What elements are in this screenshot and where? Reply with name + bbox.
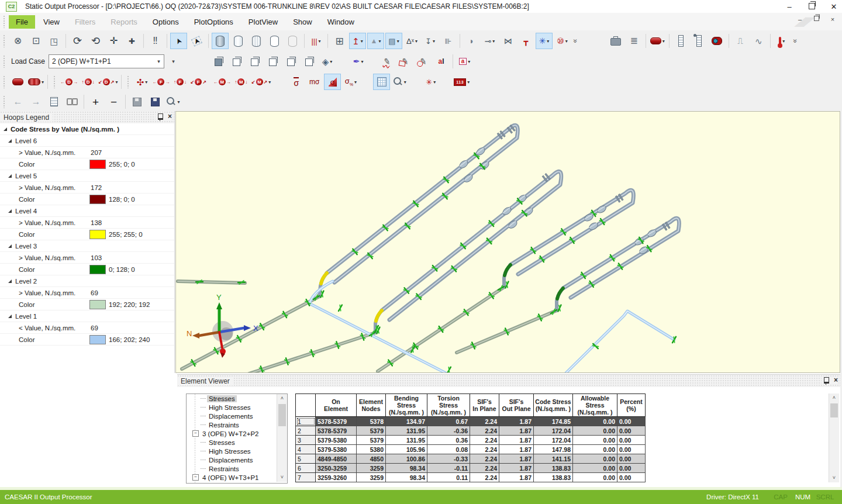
zoom-to-button[interactable]: ✚ [123, 33, 140, 49]
tree-scrollbar[interactable]: ˄ ˅ [277, 394, 287, 482]
annotate-text-button[interactable]: aI [433, 53, 450, 70]
cell[interactable]: 172.04 [534, 436, 573, 445]
view-back-button[interactable] [228, 53, 245, 70]
restore-icon[interactable] [807, 2, 816, 11]
toolbar-overflow-icon[interactable]: » [571, 39, 579, 43]
zoom-cube-button[interactable]: ⊡ [27, 33, 44, 49]
chevron-down-icon[interactable]: ▾ [319, 39, 321, 44]
cell[interactable]: 5379-5380 [316, 436, 357, 445]
table-row[interactable]: 63250-3259325998.34-0.112.241.87138.830.… [296, 464, 646, 473]
row-number[interactable]: 6 [296, 464, 316, 473]
cell[interactable]: 3259 [357, 464, 386, 473]
event-marker-button[interactable]: ✳▾ [422, 74, 439, 90]
cell[interactable]: 131.95 [386, 426, 427, 436]
element-results-table[interactable]: On ElementElement NodesBending Stress (N… [295, 393, 646, 482]
cell[interactable]: 0.00 [573, 454, 617, 464]
print-preview-button[interactable]: ▾ [165, 94, 182, 110]
toolbar-grip[interactable] [3, 55, 6, 68]
tee-button[interactable]: ┳ [517, 33, 534, 49]
cell[interactable]: 0.08 [427, 445, 470, 454]
cell[interactable]: 0.00 [617, 426, 646, 436]
force-x-button[interactable]: ←F→ [151, 74, 170, 90]
menu-options[interactable]: Options [146, 15, 186, 29]
cell[interactable]: 4850 [357, 454, 386, 464]
collapse-icon[interactable] [8, 315, 12, 318]
cell[interactable]: 5378-5379 [316, 426, 357, 436]
collapse-icon[interactable] [8, 174, 12, 178]
cell[interactable]: 1.87 [499, 445, 534, 454]
cell[interactable]: 147.98 [534, 445, 573, 454]
view-left-button[interactable] [246, 53, 263, 70]
tree-collapse-icon[interactable]: − [192, 430, 199, 437]
chevron-down-icon[interactable]: ▾ [378, 39, 381, 44]
pin-icon[interactable] [824, 377, 829, 384]
row-number[interactable]: 4 [296, 445, 316, 454]
chevron-down-icon[interactable]: ▾ [397, 39, 399, 44]
cell[interactable]: 3259 [357, 473, 386, 482]
cell[interactable]: 138.83 [534, 464, 573, 473]
element-viewer-close-icon[interactable]: × [834, 377, 838, 384]
view-top-button[interactable] [282, 53, 299, 70]
tree-item[interactable]: Restraints [187, 420, 277, 429]
cell[interactable]: 0.00 [617, 417, 646, 426]
grid-button[interactable] [373, 74, 390, 90]
chevron-down-icon[interactable]: ▾ [547, 39, 549, 44]
half-volume-button[interactable]: ◗ [463, 33, 480, 49]
tree-item[interactable]: Stresses [187, 394, 277, 403]
anchors-button[interactable]: ▲▾ [367, 33, 384, 49]
tree-item[interactable]: Restraints [187, 464, 277, 473]
cell[interactable]: 2.24 [470, 445, 499, 454]
cell[interactable]: 5379 [357, 426, 386, 436]
cell[interactable]: 0.00 [573, 417, 617, 426]
toolbar-grip[interactable] [127, 75, 130, 88]
tree-item[interactable]: Stresses [187, 438, 277, 447]
cell[interactable]: 0.00 [617, 473, 646, 482]
chevron-down-icon[interactable]: ▾ [565, 39, 568, 44]
table-row[interactable]: 45379-53805380105.960.082.241.87147.980.… [296, 445, 646, 454]
flanges-button[interactable]: ⊪ [440, 33, 457, 49]
displacement-y-button[interactable]: ↑D↓ [80, 74, 96, 90]
cell[interactable]: 100.86 [386, 454, 427, 464]
column-header[interactable] [296, 394, 316, 417]
node-delta-button[interactable]: Δˣ▾ [403, 33, 420, 49]
toolbar-overflow-icon[interactable]: » [791, 39, 799, 43]
displacement-z-button[interactable]: ↙D↗▾ [98, 74, 118, 90]
cell[interactable]: 131.95 [386, 436, 427, 445]
stress-colors-button[interactable]: σ [324, 74, 341, 90]
legend-close-icon[interactable]: × [168, 113, 172, 120]
cell[interactable]: 5379-5380 [316, 445, 357, 454]
valve-double-button[interactable]: ▾ [27, 74, 44, 90]
hangers-button[interactable]: ↧▾ [422, 33, 439, 49]
collapse-icon[interactable] [4, 127, 7, 131]
zoom-window-button[interactable]: ◳ [46, 33, 63, 49]
row-number[interactable]: 3 [296, 436, 316, 445]
node-tag-button[interactable]: 113▾ [453, 74, 470, 90]
cell[interactable]: 5380 [357, 445, 386, 454]
cell[interactable]: 0.00 [573, 436, 617, 445]
chevron-down-icon[interactable]: ▾ [415, 39, 417, 44]
chevron-down-icon[interactable]: ▾ [177, 99, 180, 105]
cell[interactable]: 105.96 [386, 445, 427, 454]
load-case-tree[interactable]: StressesHigh StressesDisplacementsRestra… [186, 393, 288, 484]
cell[interactable]: 172.04 [534, 426, 573, 436]
tree-item[interactable]: Displacements [187, 455, 277, 464]
close-icon[interactable]: ✕ [829, 2, 838, 11]
tree-item[interactable]: −4 (OPE) W+T3+P1 [187, 473, 277, 482]
cell[interactable]: 3250-3259 [316, 464, 357, 473]
menu-show[interactable]: Show [286, 15, 319, 29]
collapse-icon[interactable] [8, 139, 12, 143]
displacements-button[interactable]: ▤▾ [385, 33, 402, 49]
column-header[interactable]: Torsion Stress (N./sq.mm. ) [427, 394, 470, 417]
expansion-joint-button[interactable]: ⋈ [499, 33, 516, 49]
cell[interactable]: 5378-5379 [316, 417, 357, 426]
cell[interactable]: 2.24 [470, 417, 499, 426]
save-image-button[interactable] [147, 94, 164, 110]
render-outline-button[interactable] [266, 33, 283, 49]
max-stress-button[interactable]: mσ [306, 74, 323, 90]
piping-model-3d[interactable]: NXY [176, 112, 840, 372]
mdi-close-icon[interactable]: × [828, 16, 837, 23]
chevron-down-icon[interactable]: ▾ [361, 59, 363, 64]
cell[interactable]: 174.85 [534, 417, 573, 426]
tree-item[interactable]: Displacements [187, 412, 277, 420]
cell[interactable]: 1.87 [499, 436, 534, 445]
